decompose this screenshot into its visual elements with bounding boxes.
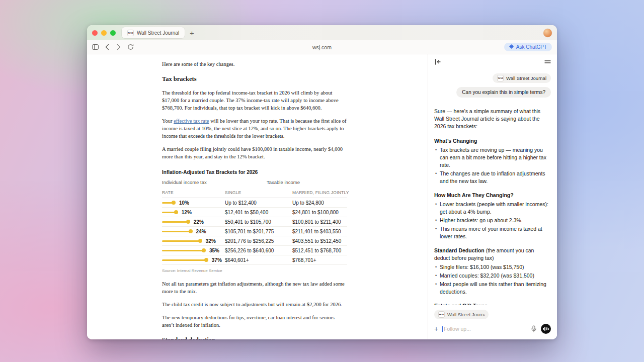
back-icon[interactable]: [104, 44, 110, 50]
rate-label: 32%: [206, 238, 216, 244]
table-row: 10% Up to $12,400 Up to $24,800: [162, 198, 347, 208]
bullet-item: Single filers: $16,100 (was $15,750): [434, 263, 551, 271]
chatgpt-sidebar: WSJ Wall Street Journal Can you explain …: [428, 54, 557, 339]
zoom-window-button[interactable]: [110, 30, 116, 36]
paragraph-text: Your: [162, 118, 174, 124]
article-paragraph: The threshold for the top federal income…: [162, 89, 347, 112]
effective-tax-rate-link[interactable]: effective tax rate: [174, 118, 209, 124]
desktop-wallpaper: WSJ Wall Street Journal +: [0, 0, 644, 362]
table-row: 24% $105,701 to $201,775 $211,401 to $40…: [162, 227, 347, 236]
single-range: $201,776 to $256,225: [225, 238, 292, 244]
ask-chatgpt-label: Ask ChatGPT: [516, 44, 547, 50]
bullet-item: Married couples: $32,200 (was $31,500): [434, 272, 551, 280]
chart-source: Source: Internal Revenue Service: [162, 268, 347, 273]
chart-title: Inflation-Adjusted Tax Brackets for 2026: [162, 169, 347, 175]
bullet-item: Lower brackets (people with smaller inco…: [434, 201, 551, 216]
section-heading-text: What’s Changing: [434, 138, 477, 144]
article-page: Here are some of the key changes. Tax br…: [87, 54, 428, 339]
section-heading-text: How Much Are They Changing?: [434, 192, 514, 198]
rate-label: 24%: [196, 229, 206, 234]
window-controls: [92, 30, 116, 36]
forward-icon[interactable]: [116, 44, 122, 50]
context-chip-label: Wall Street Journal: [506, 75, 546, 81]
address-url[interactable]: wsj.com: [312, 44, 332, 50]
chat-composer: WSJ Wall Street Journal +: [428, 305, 557, 339]
assistant-message: Sure — here’s a simple summary of what t…: [434, 108, 551, 305]
source-context-chip[interactable]: WSJ Wall Street Journal: [434, 310, 489, 319]
column-header-rate: RATE: [162, 190, 225, 195]
tab-wall-street-journal[interactable]: WSJ Wall Street Journal: [122, 27, 185, 38]
article-paragraph: Not all tax parameters get inflation adj…: [162, 280, 347, 295]
article-paragraph: The child tax credit is now subject to a…: [162, 301, 347, 308]
single-range: Up to $12,400: [225, 200, 292, 206]
article-paragraph: Your effective tax rate will be lower th…: [162, 117, 347, 140]
chart-left-label: Individual income tax: [162, 179, 207, 185]
panel-menu-icon[interactable]: [544, 59, 551, 64]
rate-bar: [162, 240, 201, 242]
table-header-row: RATE SINGLE MARRIED, FILING JOINTLY: [162, 190, 347, 198]
user-message: Can you explain this in simple terms?: [456, 87, 551, 98]
ask-chatgpt-button[interactable]: Ask ChatGPT: [504, 43, 552, 51]
rate-bar: [162, 221, 189, 223]
content-area: Here are some of the key changes. Tax br…: [87, 54, 557, 339]
married-range: $100,801 to $211,400: [292, 219, 347, 225]
bullet-item: The changes are due to inflation adjustm…: [434, 170, 551, 185]
browser-window: WSJ Wall Street Journal +: [87, 25, 557, 339]
voice-mode-button[interactable]: [541, 324, 551, 334]
close-window-button[interactable]: [92, 30, 98, 36]
wsj-favicon-icon: WSJ: [497, 75, 504, 81]
article-paragraph: A married couple filing jointly could ha…: [162, 145, 347, 160]
minimize-window-button[interactable]: [101, 30, 107, 36]
rate-bar: [162, 231, 191, 232]
married-range: $24,801 to $100,800: [292, 210, 347, 215]
tax-brackets-chart: Inflation-Adjusted Tax Brackets for 2026…: [162, 169, 347, 273]
profile-avatar[interactable]: [543, 29, 552, 37]
reload-icon[interactable]: [127, 44, 134, 50]
panel-header: [428, 54, 557, 69]
assistant-section-heading: Standard Deduction (the amount you can d…: [434, 247, 551, 262]
article-paragraph: The new temporary deductions for tips, o…: [162, 314, 347, 329]
wsj-favicon-icon: WSJ: [127, 30, 134, 36]
context-chip[interactable]: WSJ Wall Street Journal: [493, 73, 551, 83]
table-row: 37% $640,601+ $768,701+: [162, 255, 347, 265]
married-range: $512,451 to $768,700: [292, 248, 347, 253]
bullet-item: Tax brackets are moving up — meaning you…: [434, 146, 551, 169]
chat-transcript: WSJ Wall Street Journal Can you explain …: [428, 69, 557, 305]
rate-label: 22%: [194, 219, 204, 225]
single-range: $50,401 to $105,700: [225, 219, 292, 225]
rate-bar: [162, 259, 207, 261]
assistant-section-heading: What’s Changing: [434, 137, 551, 145]
tab-bar: WSJ Wall Street Journal +: [87, 25, 557, 40]
article-heading-standard-deduction: Standard deduction: [162, 336, 347, 339]
table-row: 22% $50,401 to $105,700 $100,801 to $211…: [162, 217, 347, 227]
single-range: $640,601+: [225, 257, 292, 263]
assistant-intro: Sure — here’s a simple summary of what t…: [434, 108, 551, 130]
add-attachment-button[interactable]: +: [434, 325, 438, 332]
tab-title: Wall Street Journal: [137, 30, 179, 36]
rate-label: 12%: [182, 210, 192, 215]
column-header-married: MARRIED, FILING JOINTLY: [292, 190, 349, 195]
married-range: Up to $24,800: [292, 200, 347, 206]
bullet-item: Most people will use this rather than it…: [434, 281, 551, 296]
browser-toolbar: wsj.com Ask ChatGPT: [87, 40, 557, 54]
column-header-single: SINGLE: [225, 190, 292, 195]
bullet-item: This means more of your income is taxed …: [434, 225, 551, 240]
rate-label: 35%: [209, 248, 219, 253]
married-range: $768,701+: [292, 257, 347, 263]
assistant-bullet-list: Lower brackets (people with smaller inco…: [434, 201, 551, 240]
article-paragraph: Here are some of the key changes.: [162, 60, 347, 68]
table-row: 32% $201,776 to $256,225 $403,551 to $51…: [162, 236, 347, 246]
single-range: $256,226 to $640,600: [225, 248, 292, 253]
sidebar-toggle-icon[interactable]: [92, 44, 99, 50]
microphone-icon[interactable]: [531, 325, 537, 332]
rate-bar: [162, 250, 204, 251]
new-tab-button[interactable]: +: [190, 29, 194, 37]
married-range: $403,551 to $512,450: [292, 238, 347, 244]
wsj-favicon-icon: WSJ: [438, 311, 445, 318]
assistant-bullet-list: Single filers: $16,100 (was $15,750) Mar…: [434, 263, 551, 296]
rate-label: 10%: [179, 200, 189, 206]
follow-up-input[interactable]: [444, 326, 527, 332]
single-range: $12,401 to $50,400: [225, 210, 292, 215]
collapse-panel-icon[interactable]: [434, 59, 441, 65]
rate-label: 37%: [212, 257, 222, 263]
